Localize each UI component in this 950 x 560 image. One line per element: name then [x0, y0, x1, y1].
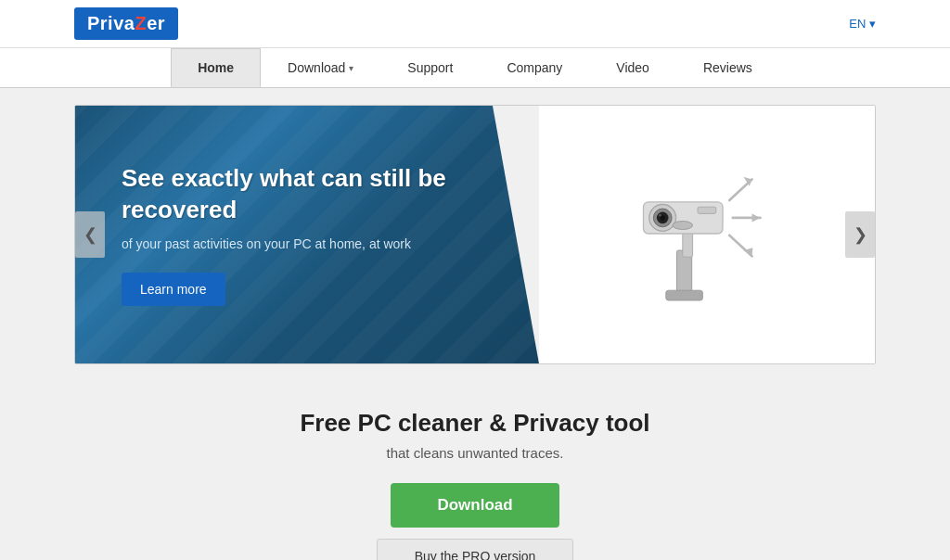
- pro-version-button[interactable]: Buy the PRO version: [377, 539, 574, 560]
- top-bar: PrivaZer EN ▾: [0, 0, 950, 48]
- logo-text-before-z: Priva: [87, 13, 135, 33]
- hero-subtitle: of your past activities on your PC at ho…: [122, 235, 493, 254]
- logo-text: PrivaZer: [87, 13, 165, 34]
- chevron-left-icon: ❮: [83, 224, 97, 245]
- nav-item-company[interactable]: Company: [480, 48, 589, 87]
- logo-z: Z: [135, 13, 147, 33]
- svg-marker-13: [751, 213, 760, 222]
- nav-item-reviews[interactable]: Reviews: [676, 48, 779, 87]
- logo-text-after-z: er: [147, 13, 165, 33]
- camera-illustration: [605, 142, 809, 327]
- nav-item-video[interactable]: Video: [589, 48, 676, 87]
- nav-download-label: Download: [288, 60, 345, 75]
- nav-reviews-label: Reviews: [703, 60, 752, 75]
- nav-home-label: Home: [198, 60, 234, 75]
- download-button[interactable]: Download: [391, 483, 558, 528]
- svg-point-16: [673, 222, 693, 230]
- main-subtitle: that cleans unwanted traces.: [74, 445, 876, 461]
- camera-svg: [605, 142, 790, 309]
- main-title: Free PC cleaner & Privacy tool: [74, 409, 876, 438]
- nav-bar: Home Download ▾ Support Company Video Re…: [0, 48, 950, 88]
- svg-rect-9: [698, 207, 716, 213]
- chevron-right-icon: ❯: [854, 224, 867, 245]
- nav-video-label: Video: [616, 60, 649, 75]
- carousel-next-button[interactable]: ❯: [845, 211, 875, 258]
- nav-item-home[interactable]: Home: [171, 48, 261, 87]
- carousel-prev-button[interactable]: ❮: [75, 211, 105, 258]
- svg-point-8: [659, 214, 661, 217]
- svg-rect-1: [666, 290, 703, 300]
- nav-item-support[interactable]: Support: [380, 48, 480, 87]
- hero-title: See exactly what can still be recovered: [122, 163, 493, 226]
- learn-more-button[interactable]: Learn more: [122, 273, 225, 306]
- hero-right-panel: [539, 106, 875, 363]
- chevron-down-icon: ▾: [349, 63, 353, 73]
- lang-selector[interactable]: EN ▾: [849, 17, 876, 31]
- nav-item-download[interactable]: Download ▾: [261, 48, 380, 87]
- main-content: Free PC cleaner & Privacy tool that clea…: [0, 381, 950, 560]
- lang-caret-icon: ▾: [869, 17, 876, 31]
- lang-label: EN: [849, 17, 866, 31]
- nav-company-label: Company: [507, 60, 562, 75]
- hero-banner: ❮ See exactly what can still be recovere…: [74, 105, 876, 364]
- hero-left-panel: See exactly what can still be recovered …: [75, 106, 539, 363]
- logo[interactable]: PrivaZer: [74, 7, 178, 40]
- nav-support-label: Support: [407, 60, 453, 75]
